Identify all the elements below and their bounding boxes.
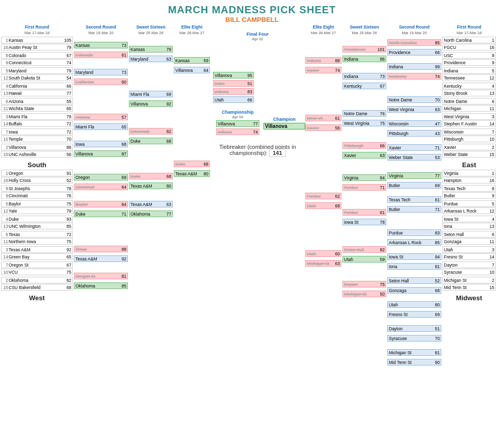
- team-row: 16Holly Cross52: [1, 177, 73, 184]
- team-box: Texas A&M80: [129, 182, 173, 189]
- team-box: Villanova87: [74, 150, 128, 157]
- team-row: 4Duke93: [1, 216, 73, 222]
- team-row: Xavier2: [442, 144, 496, 150]
- team-row: 7Oregon St67: [1, 261, 73, 268]
- team-box: Texas88: [74, 246, 128, 252]
- team-row: North Carolina1: [442, 37, 496, 43]
- team-row: 3Texas A&M92: [1, 246, 73, 253]
- team-row: 14Buffalo72: [1, 120, 73, 127]
- right-r2-column: Second Round Mar 19-Mar 20 North Carolin…: [386, 24, 441, 366]
- team-row: Fresno St14: [442, 253, 496, 260]
- team-row: 1Kansas105: [1, 37, 73, 43]
- team-box: Pittsburgh43: [387, 130, 441, 137]
- left-s16-column: Sweet Sixteen Mar 25-Mar 26 Kansas79 Mar…: [129, 24, 174, 366]
- team-row: Providence9: [442, 59, 496, 66]
- left-r2-column: Second Round Mar 19-Mar 20 Kansas73 Colo…: [74, 24, 129, 366]
- team-row: 9Cincinnati76: [1, 192, 73, 199]
- team-box: Oklahoma85: [74, 282, 128, 289]
- team-row: Texas Tech8: [442, 185, 496, 192]
- left-s16-label: Sweet Sixteen Mar 25-Mar 26: [129, 24, 173, 36]
- team-box: Villanova92: [129, 100, 173, 107]
- team-row: Wisconsin7: [442, 128, 496, 135]
- team-box: Colorado61: [74, 51, 128, 58]
- team-box: Purdue71: [342, 184, 386, 191]
- team-row: FGCU16: [442, 44, 496, 50]
- team-box: Gonzaga68: [387, 287, 441, 294]
- team-row: Michigan11: [442, 105, 496, 112]
- team-box: Duke68: [129, 138, 173, 144]
- team-box: Xavier63: [342, 152, 386, 159]
- team-row: 15UNC Asheville56: [1, 151, 73, 158]
- team-box: Utah60: [305, 250, 341, 257]
- ff-team: Utah66: [213, 96, 254, 103]
- team-box: Texas A&M63: [129, 201, 173, 207]
- team-box: Oregon St81: [74, 273, 128, 279]
- team-row: 11Northern Iowa75: [1, 238, 73, 245]
- champ-date: Apr 04: [216, 115, 259, 119]
- team-box: Baylor64: [74, 201, 128, 207]
- page-title: MARCH MADNESS PICK SHEET: [0, 4, 504, 16]
- tiebreaker: Tiebreaker (combined points in champions…: [211, 142, 304, 158]
- team-box: Purdue62: [305, 193, 341, 199]
- team-row: 16Austin Peay St79: [1, 44, 73, 50]
- team-row: Hampton16: [442, 177, 496, 184]
- team-box: Seton Hall52: [387, 277, 441, 284]
- team-row: Mid Tenn St15: [442, 284, 496, 291]
- team-row: Stephen F Austin14: [442, 120, 496, 127]
- team-box: Texas A&M92: [74, 255, 128, 262]
- team-row: Iona13: [442, 223, 496, 229]
- team-box: Miami Fla69: [129, 91, 173, 97]
- team-row: USC8: [442, 52, 496, 59]
- team-row: Tennessee12: [442, 74, 496, 81]
- team-row: Gonzaga11: [442, 238, 496, 245]
- champ-label: Championship: [216, 110, 259, 115]
- team-box: Dayton75: [342, 281, 386, 287]
- team-box: Virginia77: [387, 172, 441, 179]
- team-box: Kentucky74: [387, 73, 441, 80]
- team-box: Virginia84: [342, 174, 386, 181]
- team-row: 2Villanova86: [1, 144, 73, 150]
- team-row: 6Texas72: [1, 231, 73, 238]
- team-row: 4California66: [1, 83, 73, 89]
- team-row: 12Yale79: [1, 207, 73, 214]
- team-row: Michigan St2: [442, 277, 496, 283]
- team-box: Oklahoma77: [129, 211, 173, 217]
- team-box: California60: [74, 78, 128, 85]
- ff-team: Indiana83: [213, 88, 254, 95]
- champion-label: Champion: [263, 117, 305, 122]
- team-row: 1Oregon91: [1, 170, 73, 176]
- team-box: Michigan St81: [387, 349, 441, 356]
- team-row: 9Connecticut74: [1, 59, 73, 66]
- team-box: Arizona57: [74, 114, 128, 120]
- team-box: Notre Dame70: [387, 96, 441, 103]
- team-row: 12South Dakota St54: [1, 74, 73, 81]
- team-box: Kansas79: [129, 46, 173, 53]
- team-box: Dayton51: [387, 325, 441, 332]
- team-row: 13Hawaii77: [1, 90, 73, 96]
- team-box: North Carolina85: [387, 39, 441, 46]
- champion-team: Villanova: [263, 123, 305, 129]
- team-row: 2Oklahoma82: [1, 277, 73, 283]
- team-row: 8St Josephs78: [1, 185, 73, 192]
- team-row: 3Miami Fla79: [1, 113, 73, 120]
- left-r2-label: Second Round Mar 19-Mar 20: [74, 24, 128, 36]
- team-box: Miami Fla65: [74, 123, 128, 130]
- team-row: 5Maryland79: [1, 67, 73, 74]
- tiebreaker-value[interactable]: 141: [269, 149, 285, 157]
- team-box: Iowa St78: [342, 219, 386, 225]
- team-box: Providence101: [342, 46, 386, 53]
- team-box: Oregon69: [74, 174, 128, 180]
- team-box: Xavier56: [305, 124, 341, 131]
- team-box: Villanova64: [174, 67, 210, 73]
- midwest-label: Midwest: [442, 293, 496, 303]
- ff-team: Duke51: [213, 80, 254, 87]
- team-row: Seton Hall6: [442, 231, 496, 238]
- team-box: Providence66: [387, 49, 441, 56]
- team-box: Iona81: [387, 263, 441, 270]
- team-box: Iowa68: [74, 141, 128, 147]
- west-label: West: [1, 293, 73, 303]
- team-box: Kansas73: [74, 42, 128, 48]
- team-box: Weber State53: [387, 154, 441, 161]
- team-box: Xavier74: [305, 67, 341, 73]
- team-box: Duke71: [74, 211, 128, 217]
